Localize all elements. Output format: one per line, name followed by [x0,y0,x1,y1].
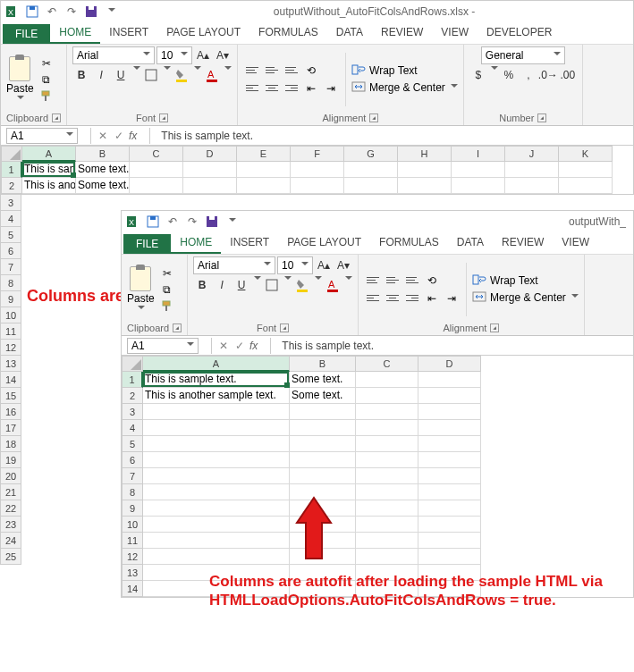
currency-button[interactable]: $ [469,66,487,84]
increase-decimal-icon[interactable]: .0→ [539,66,557,84]
tab-insert[interactable]: INSERT [100,22,157,44]
alignment-dialog-launcher-icon[interactable] [490,323,499,332]
cell[interactable] [143,517,290,533]
number-format-select[interactable]: General [481,46,565,64]
cell[interactable]: This is sample text. [143,372,290,388]
accept-formula-icon[interactable]: ✓ [114,130,123,142]
copy-icon[interactable]: ⧉ [160,283,174,296]
orientation-icon[interactable]: ⟲ [302,63,320,79]
row-header[interactable]: 3 [122,404,143,420]
row-header[interactable]: 12 [122,549,143,565]
tab-review[interactable]: REVIEW [372,22,432,44]
select-all-corner[interactable] [122,356,143,372]
cut-icon[interactable]: ✂ [160,267,174,280]
tab-insert[interactable]: INSERT [221,232,278,254]
paste-button[interactable]: Paste [127,266,155,313]
save-alt-icon[interactable] [83,4,99,20]
column-header[interactable]: F [291,146,344,162]
align-right-icon[interactable] [283,80,300,97]
file-tab[interactable]: FILE [123,234,171,254]
font-dialog-launcher-icon[interactable] [159,113,168,122]
column-header[interactable]: E [237,146,291,162]
accept-formula-icon[interactable]: ✓ [235,340,244,352]
indent-decrease-icon[interactable]: ⇤ [302,80,320,97]
cell[interactable] [418,468,481,484]
cell[interactable] [398,178,452,194]
column-header[interactable]: K [559,146,613,162]
cell[interactable] [418,404,481,420]
cell[interactable] [418,517,481,533]
orientation-icon[interactable]: ⟲ [423,273,441,289]
cell[interactable]: This is ano [22,178,76,194]
merge-center-button[interactable]: Merge & Center [351,80,458,96]
tab-view[interactable]: VIEW [553,232,598,254]
fx-icon[interactable]: fx [129,130,137,142]
column-header[interactable]: G [344,146,398,162]
paste-button[interactable]: Paste [6,56,34,103]
cell[interactable] [418,388,481,404]
tab-review[interactable]: REVIEW [493,232,553,254]
column-header[interactable]: H [398,146,452,162]
row-header[interactable]: 10 [122,517,143,533]
cell[interactable]: Some text. [76,162,130,178]
cell[interactable] [418,500,481,517]
decrease-decimal-icon[interactable]: .00 [559,66,577,84]
indent-decrease-icon[interactable]: ⇤ [423,290,441,307]
tab-home[interactable]: HOME [50,22,100,44]
name-box[interactable]: A1 [127,338,199,354]
align-top-icon[interactable] [243,63,261,79]
align-left-icon[interactable] [243,80,261,97]
format-painter-icon[interactable] [160,299,174,312]
undo-icon[interactable]: ↶ [44,4,60,20]
cell[interactable] [356,517,418,533]
align-middle-icon[interactable] [263,63,281,79]
cell[interactable]: Some text. [76,178,130,194]
cell[interactable] [143,533,290,549]
align-center-icon[interactable] [263,80,281,97]
column-header[interactable]: C [356,356,418,372]
fill-color-button[interactable] [293,276,311,294]
cell[interactable] [290,436,356,452]
wrap-text-button[interactable]: Wrap Text [351,63,458,79]
formula-value[interactable]: This is sample text. [157,130,253,142]
cell[interactable] [559,162,613,178]
cell[interactable] [143,484,290,500]
wrap-text-button[interactable]: Wrap Text [472,273,579,289]
cell[interactable] [505,162,559,178]
tab-formulas[interactable]: FORMULAS [249,22,327,44]
cell[interactable] [418,452,481,468]
formula-value[interactable]: This is sample text. [278,340,374,352]
row-header[interactable]: 8 [122,484,143,500]
number-dialog-launcher-icon[interactable] [537,113,546,122]
indent-increase-icon[interactable]: ⇥ [322,80,340,97]
save-icon[interactable] [145,214,161,230]
cell[interactable] [183,162,237,178]
cell[interactable] [130,178,183,194]
align-center-icon[interactable] [384,290,402,307]
row-header[interactable]: 11 [122,533,143,549]
cell[interactable] [290,404,356,420]
cancel-formula-icon[interactable]: ✕ [98,130,107,142]
name-box[interactable]: A1 [6,128,78,144]
cell[interactable] [143,436,290,452]
row-header[interactable]: 1 [122,372,143,388]
format-painter-icon[interactable] [39,89,54,102]
row-header[interactable]: 5 [122,436,143,452]
cell[interactable] [344,162,398,178]
font-size-select[interactable]: 10 [277,256,313,274]
file-tab[interactable]: FILE [3,24,50,44]
align-bottom-icon[interactable] [403,273,421,289]
border-button[interactable] [142,66,160,84]
row-header[interactable]: 9 [122,500,143,517]
cell[interactable] [356,452,418,468]
cell[interactable] [130,162,183,178]
cell[interactable] [143,500,290,517]
underline-button[interactable]: U [112,66,130,84]
cell[interactable] [290,452,356,468]
cell[interactable] [418,533,481,549]
clipboard-dialog-launcher-icon[interactable] [173,323,182,332]
fx-icon[interactable]: fx [249,340,258,352]
indent-increase-icon[interactable]: ⇥ [443,290,461,307]
font-name-select[interactable]: Arial [193,256,275,274]
tab-data[interactable]: DATA [448,232,493,254]
